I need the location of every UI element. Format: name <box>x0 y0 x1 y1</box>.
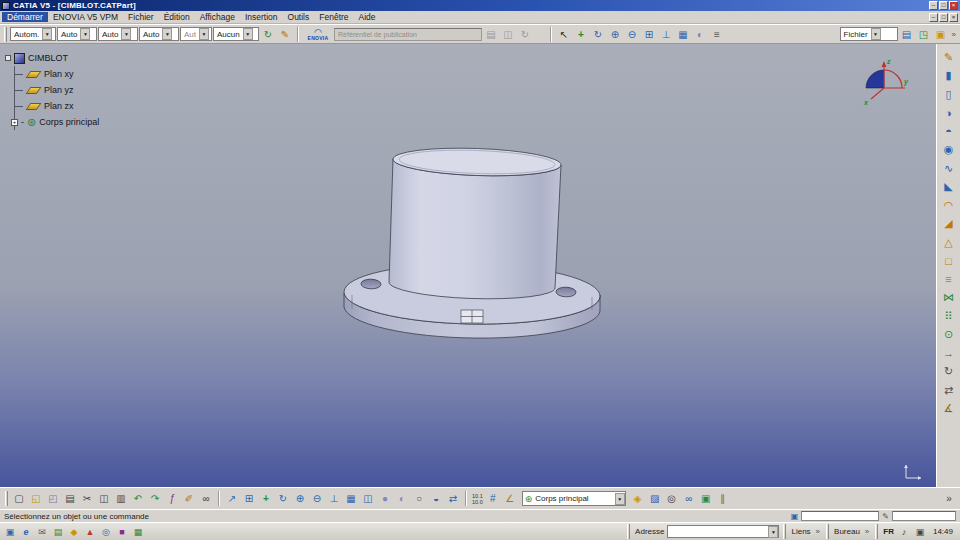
search-icon[interactable]: ◎ <box>664 491 680 507</box>
chevron-down-icon[interactable]: ▼ <box>162 28 172 40</box>
taskbar-grip[interactable] <box>826 524 829 539</box>
open-icon[interactable]: ◱ <box>28 491 44 507</box>
network-icon[interactable]: ▣ <box>913 525 927 539</box>
fly-icon[interactable]: ↗ <box>224 491 240 507</box>
chevron-down-icon[interactable]: ▼ <box>42 28 52 40</box>
circ-pattern-icon[interactable]: ⊙ <box>940 327 957 343</box>
fichier-combo[interactable]: Fichier ▼ <box>840 27 898 41</box>
paint-icon[interactable]: ✎ <box>277 26 293 42</box>
menu-outils[interactable]: Outils <box>283 12 315 22</box>
select-icon[interactable]: ↖ <box>556 26 572 42</box>
fillet-icon[interactable]: ◠ <box>940 197 957 213</box>
save-icon[interactable]: ◰ <box>45 491 61 507</box>
shaded-icon[interactable]: ● <box>377 491 393 507</box>
chamfer-icon[interactable]: ◢ <box>940 216 957 232</box>
wand-icon[interactable]: ✐ <box>181 491 197 507</box>
options-icon[interactable]: ≡ <box>709 26 725 42</box>
wireframe-icon[interactable]: ○ <box>411 491 427 507</box>
translate-icon[interactable]: → <box>940 345 957 361</box>
catalog-icon[interactable]: ◈ <box>630 491 646 507</box>
shaded-edges-icon[interactable]: ◐ <box>394 491 410 507</box>
mirror-icon[interactable]: ⋈ <box>940 290 957 306</box>
link-icon[interactable]: ∞ <box>198 491 214 507</box>
pan-icon[interactable]: + <box>258 491 274 507</box>
app-icon-4[interactable]: ◎ <box>99 525 113 539</box>
stiffener-icon[interactable]: ◣ <box>940 179 957 195</box>
chevron-down-icon[interactable]: ▼ <box>121 28 131 40</box>
hole-icon[interactable]: ◉ <box>940 142 957 158</box>
toolbar-overflow-icon[interactable]: » <box>941 491 957 507</box>
menu-fichier[interactable]: Fichier <box>123 12 159 22</box>
tree-root-label[interactable]: CIMBLOT <box>28 53 68 63</box>
measure-icon[interactable]: ∡ <box>940 401 957 417</box>
menu-insertion[interactable]: Insertion <box>240 12 283 22</box>
app-icon-5[interactable]: ■ <box>115 525 129 539</box>
viewport-3d[interactable]: z y x CIMBLOT Plan xy <box>0 44 936 487</box>
chevron-down-icon[interactable]: ▼ <box>871 28 881 40</box>
menu-aide[interactable]: Aide <box>354 12 381 22</box>
aucun-combo[interactable]: Aucun ▼ <box>213 27 259 41</box>
measure-between-icon[interactable]: ∥ <box>715 491 731 507</box>
app-icon-6[interactable]: ▦ <box>131 525 145 539</box>
power-input[interactable] <box>892 511 956 521</box>
pad-icon[interactable]: ▮ <box>940 68 957 84</box>
links-chevron-icon[interactable]: » <box>814 527 822 536</box>
multi-view-icon[interactable]: ▦ <box>675 26 691 42</box>
copy-icon[interactable]: ◫ <box>96 491 112 507</box>
hide-show-icon[interactable]: ◒ <box>428 491 444 507</box>
auto-combo-2[interactable]: Auto ▼ <box>98 27 138 41</box>
toolbar-grip[interactable] <box>5 491 8 506</box>
address-input[interactable]: ▼ <box>667 525 779 538</box>
pan-icon[interactable]: + <box>573 26 589 42</box>
desktop-chevron-icon[interactable]: » <box>863 527 871 536</box>
grid-icon[interactable]: # <box>485 491 501 507</box>
pocket-icon[interactable]: ▯ <box>940 86 957 102</box>
acrobat-icon[interactable]: ▲ <box>83 525 97 539</box>
quick-view-icon[interactable]: ◫ <box>360 491 376 507</box>
menu-enovia-v5-vpm[interactable]: ENOVIA V5 VPM <box>48 12 123 22</box>
pub-sync-icon[interactable]: ↻ <box>517 26 533 42</box>
desktop-label[interactable]: Bureau <box>833 527 861 536</box>
link-manager-icon[interactable]: ∞ <box>681 491 697 507</box>
taskbar-grip[interactable] <box>783 524 786 539</box>
tree-root[interactable]: CIMBLOT <box>5 50 99 66</box>
auto-combo-1[interactable]: Auto ▼ <box>57 27 97 41</box>
redo-icon[interactable]: ↷ <box>147 491 163 507</box>
update-icon[interactable]: ↻ <box>260 26 276 42</box>
swap-visible-icon[interactable]: ⇄ <box>445 491 461 507</box>
rect-pattern-icon[interactable]: ⠿ <box>940 308 957 324</box>
language-indicator[interactable]: FR <box>882 527 895 536</box>
menu-affichage[interactable]: Affichage <box>195 12 240 22</box>
app-icon-1[interactable]: ▣ <box>3 525 17 539</box>
publication-repository-field[interactable]: Référentiel de publication <box>334 28 482 41</box>
doc-close-button[interactable]: × <box>949 13 958 22</box>
paint-bucket-icon[interactable]: ▨ <box>647 491 663 507</box>
tree-item-label[interactable]: Corps principal <box>39 117 99 127</box>
notebook-icon[interactable]: ▤ <box>899 26 915 42</box>
draft-icon[interactable]: △ <box>940 234 957 250</box>
command-icon[interactable]: ▣ <box>791 512 799 521</box>
toolbar-overflow-icon[interactable]: » <box>950 30 958 39</box>
chevron-down-icon[interactable]: ▼ <box>199 28 209 40</box>
rotate-icon[interactable]: ↻ <box>275 491 291 507</box>
doc-minimize-button[interactable]: – <box>929 13 938 22</box>
fit-all-icon[interactable]: ⊞ <box>641 26 657 42</box>
tree-expander-icon[interactable]: + <box>11 119 18 126</box>
menu-fenetre[interactable]: Fenêtre <box>314 12 353 22</box>
zoom-in-icon[interactable]: ⊕ <box>292 491 308 507</box>
links-label[interactable]: Liens <box>790 527 811 536</box>
sketcher-icon[interactable]: ✎ <box>940 49 957 65</box>
render-style-icon[interactable]: ◐ <box>692 26 708 42</box>
tree-item-label[interactable]: Plan yz <box>44 85 74 95</box>
rotate-body-icon[interactable]: ↻ <box>940 364 957 380</box>
doc-restore-button[interactable]: □ <box>939 13 948 22</box>
zoom-in-icon[interactable]: ⊕ <box>607 26 623 42</box>
tree-item-label[interactable]: Plan xy <box>44 69 74 79</box>
iso-view-icon[interactable]: ▦ <box>343 491 359 507</box>
tree-item-plan-yz[interactable]: Plan yz <box>15 82 99 98</box>
edit-icon[interactable]: ✎ <box>882 512 889 521</box>
tree-item-plan-xy[interactable]: Plan xy <box>15 66 99 82</box>
ie-icon[interactable]: e <box>19 525 33 539</box>
tree-item-plan-zx[interactable]: Plan zx <box>15 98 99 114</box>
chevron-down-icon[interactable]: ▼ <box>768 526 778 538</box>
